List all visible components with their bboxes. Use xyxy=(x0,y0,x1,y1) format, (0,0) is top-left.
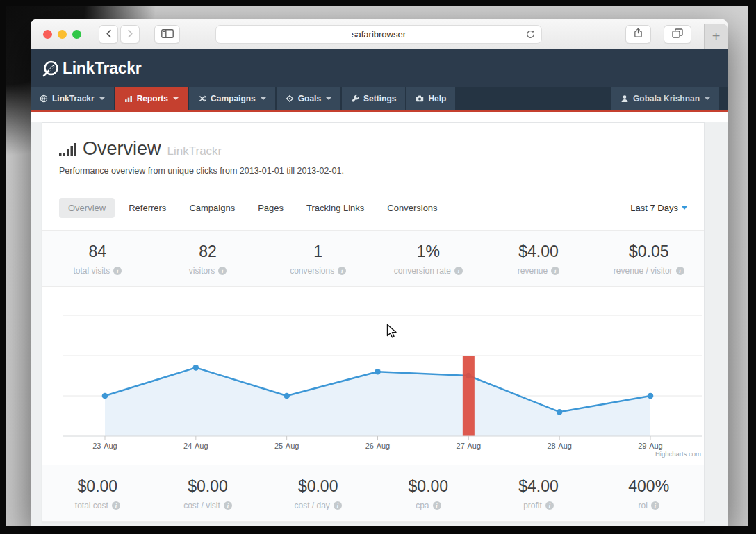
stat-cost-day: $0.00cost / dayi xyxy=(263,477,373,510)
close-window-button[interactable] xyxy=(43,30,52,39)
linktrackr-logo-icon xyxy=(42,60,60,78)
chart-credit: Highcharts.com xyxy=(655,450,701,458)
x-axis-label: 28-Aug xyxy=(547,442,571,450)
refresh-icon[interactable] xyxy=(525,29,536,42)
nav-item-label: Help xyxy=(428,94,446,103)
address-text: safaribrowser xyxy=(352,29,406,40)
data-point[interactable] xyxy=(284,393,290,399)
user-menu[interactable]: Gobala Krishnan xyxy=(611,87,719,110)
stat-label: conversion rate xyxy=(394,266,451,276)
x-axis-label: 24-Aug xyxy=(183,442,208,450)
share-button[interactable] xyxy=(625,25,651,44)
tab-referrers[interactable]: Referrers xyxy=(120,198,175,218)
tab-pages[interactable]: Pages xyxy=(249,198,293,218)
tab-overview-button[interactable] xyxy=(664,25,691,44)
info-icon[interactable]: i xyxy=(454,267,463,275)
x-axis-label: 23-Aug xyxy=(92,442,117,450)
chevron-down-icon xyxy=(705,97,710,100)
bottom-stats-band: $0.00total costi$0.00cost / visiti$0.00c… xyxy=(42,465,704,522)
stat-label: cpa xyxy=(416,501,429,510)
linktrackr-logo[interactable]: LinkTrackr xyxy=(42,59,141,78)
stat-roi: 400%roii xyxy=(593,477,704,510)
x-axis-label: 26-Aug xyxy=(365,442,390,450)
data-point[interactable] xyxy=(193,365,199,371)
minimize-window-button[interactable] xyxy=(58,30,67,39)
stat-value: $0.00 xyxy=(42,477,153,496)
stat-value: $4.00 xyxy=(484,242,594,261)
nav-item-label: Campaigns xyxy=(211,94,256,103)
tab-conversions[interactable]: Conversions xyxy=(378,198,446,218)
page-title: Overview xyxy=(83,138,161,160)
share-icon xyxy=(634,28,643,41)
nav-item-goals[interactable]: Goals xyxy=(277,87,340,110)
data-point[interactable] xyxy=(102,393,108,399)
stat-value: 400% xyxy=(593,477,704,496)
stat-label: revenue / visitor xyxy=(614,266,673,276)
nav-item-campaigns[interactable]: Campaigns xyxy=(189,87,275,110)
info-icon[interactable]: i xyxy=(651,501,659,510)
tab-overview[interactable]: Overview xyxy=(59,198,115,218)
chevron-down-icon xyxy=(326,97,331,100)
page-background: Overview LinkTrackr Performance overview… xyxy=(31,122,728,526)
overview-card: Overview LinkTrackr Performance overview… xyxy=(42,122,705,522)
x-axis-label: 29-Aug xyxy=(638,442,662,450)
chart-container: 23-Aug24-Aug25-Aug26-Aug27-Aug28-Aug29-A… xyxy=(42,287,704,465)
info-icon[interactable]: i xyxy=(112,501,120,510)
back-button[interactable] xyxy=(99,25,118,44)
app-header: LinkTrackr xyxy=(31,49,728,87)
tab-tracking-links[interactable]: Tracking Links xyxy=(297,198,373,218)
x-axis-label: 27-Aug xyxy=(457,442,481,450)
info-icon[interactable]: i xyxy=(551,267,559,275)
stat-total-visits: 84total visitsi xyxy=(42,242,153,276)
person-icon xyxy=(621,94,629,103)
info-icon[interactable]: i xyxy=(334,501,342,510)
info-icon[interactable]: i xyxy=(338,267,346,275)
data-point[interactable] xyxy=(648,393,654,399)
page-subtitle: Performance overview from unique clicks … xyxy=(59,166,687,176)
tab-campaigns[interactable]: Campaigns xyxy=(180,198,244,218)
date-range-label: Last 7 Days xyxy=(630,203,678,213)
globe-icon xyxy=(40,94,48,103)
data-point[interactable] xyxy=(375,369,381,375)
stat-label: cost / day xyxy=(295,501,330,510)
date-range-dropdown[interactable]: Last 7 Days xyxy=(630,203,687,213)
stat-value: $4.00 xyxy=(484,477,594,496)
stat-label: total visits xyxy=(73,266,110,276)
nav-item-label: Goals xyxy=(298,94,321,103)
data-point[interactable] xyxy=(557,409,563,415)
info-icon[interactable]: i xyxy=(113,267,122,275)
stat-visitors: 82visitorsi xyxy=(153,242,263,276)
sidebar-toggle-button[interactable] xyxy=(154,25,180,44)
highlight-bar[interactable] xyxy=(463,356,475,436)
zoom-window-button[interactable] xyxy=(72,30,81,39)
new-tab-button[interactable]: + xyxy=(704,24,728,49)
stat-value: $0.00 xyxy=(263,477,373,496)
info-icon[interactable]: i xyxy=(545,501,554,510)
bar-chart-icon xyxy=(124,94,133,103)
chevron-down-icon xyxy=(261,97,266,100)
nav-item-settings[interactable]: Settings xyxy=(342,87,405,110)
stat-profit: $4.00profiti xyxy=(484,477,594,510)
screenshot-root: { "browser": { "address": "safaribrowser… xyxy=(0,0,756,534)
x-axis-label: 25-Aug xyxy=(274,442,299,450)
info-icon[interactable]: i xyxy=(676,267,684,275)
address-bar[interactable]: safaribrowser xyxy=(215,25,542,44)
stat-cpa: $0.00cpai xyxy=(373,477,484,510)
nav-item-linktrackr[interactable]: LinkTrackr xyxy=(31,87,114,110)
main-navbar: LinkTrackrReportsCampaignsGoalsSettingsH… xyxy=(31,87,728,112)
stat-value: 1 xyxy=(263,242,373,261)
nav-item-reports[interactable]: Reports xyxy=(115,87,188,110)
forward-button[interactable] xyxy=(120,25,140,44)
info-icon[interactable]: i xyxy=(218,267,227,275)
stat-revenue-visitor: $0.05revenue / visitori xyxy=(593,242,704,276)
stat-value: $0.05 xyxy=(593,242,704,261)
stat-label: total cost xyxy=(75,501,108,510)
info-icon[interactable]: i xyxy=(224,501,232,510)
brand-text: LinkTrackr xyxy=(63,59,141,78)
tabs-icon xyxy=(672,28,683,41)
stat-total-cost: $0.00total costi xyxy=(42,477,153,510)
info-icon[interactable]: i xyxy=(433,501,441,510)
nav-item-help[interactable]: Help xyxy=(406,87,455,110)
page-title-tag: LinkTrackr xyxy=(167,144,222,158)
nav-item-label: LinkTrackr xyxy=(52,94,94,103)
